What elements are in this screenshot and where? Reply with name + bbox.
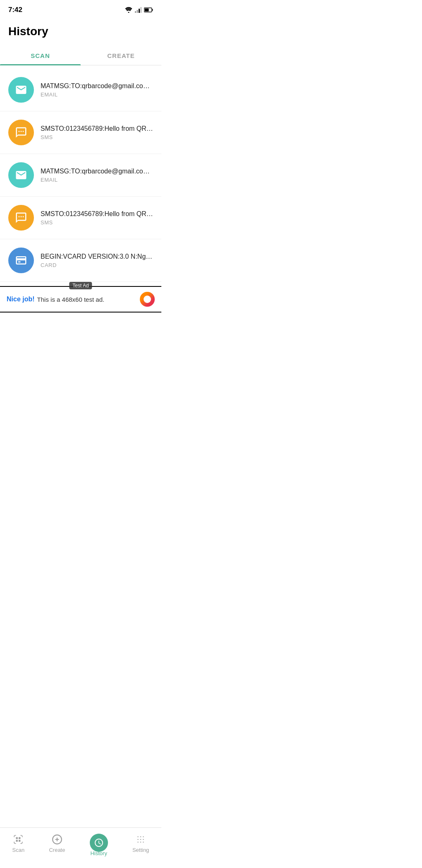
item-type: EMAIL [41, 177, 153, 183]
card-icon [15, 254, 27, 267]
ad-logo [140, 292, 155, 307]
item-icon-email [8, 162, 34, 188]
item-title: BEGIN:VCARD VERSION:3.0 N:Nguyen;Th... [41, 253, 153, 260]
sms-icon [15, 126, 27, 139]
item-title: SMSTO:0123456789:Hello from QR & Bar... [41, 125, 153, 132]
ad-banner[interactable]: Test Ad Nice job! This is a 468x60 test … [0, 286, 161, 313]
svg-rect-1 [135, 11, 136, 13]
list-item[interactable]: MATMSG:TO:qrbarcode@gmail.com;SUB... EMA… [0, 69, 161, 111]
item-content: SMSTO:0123456789:Hello from QR & Bar... … [41, 210, 153, 226]
status-time: 7:42 [8, 6, 22, 14]
svg-rect-2 [137, 10, 138, 13]
ad-label: Test Ad [69, 282, 92, 289]
item-type: SMS [41, 134, 153, 140]
tab-create[interactable]: CREATE [81, 46, 161, 65]
svg-rect-4 [141, 7, 142, 13]
status-icons [125, 7, 153, 13]
email-icon [15, 169, 27, 181]
ad-nice-text: Nice job! [7, 296, 35, 303]
item-title: MATMSG:TO:qrbarcode@gmail.com;SUB... [41, 168, 153, 175]
item-content: MATMSG:TO:qrbarcode@gmail.com;SUB... EMA… [41, 82, 153, 98]
list-item[interactable]: MATMSG:TO:qrbarcode@gmail.com;SUB... EMA… [0, 154, 161, 197]
item-content: MATMSG:TO:qrbarcode@gmail.com;SUB... EMA… [41, 168, 153, 183]
page-title: History [0, 18, 161, 46]
item-type: CARD [41, 262, 153, 268]
item-title: SMSTO:0123456789:Hello from QR & Bar... [41, 210, 153, 218]
history-list: MATMSG:TO:qrbarcode@gmail.com;SUB... EMA… [0, 69, 161, 282]
signal-icon [135, 7, 141, 13]
status-bar: 7:42 [0, 0, 161, 18]
battery-icon [144, 7, 153, 12]
sms-icon [15, 212, 27, 224]
wifi-icon [125, 7, 132, 13]
svg-rect-3 [139, 9, 140, 13]
item-icon-email [8, 77, 34, 103]
svg-point-0 [128, 12, 129, 13]
tab-scan[interactable]: SCAN [0, 46, 81, 65]
email-icon [15, 84, 27, 96]
item-content: BEGIN:VCARD VERSION:3.0 N:Nguyen;Th... C… [41, 253, 153, 268]
svg-rect-6 [145, 9, 149, 12]
svg-rect-8 [18, 262, 21, 263]
item-title: MATMSG:TO:qrbarcode@gmail.com;SUB... [41, 82, 153, 90]
list-item[interactable]: SMSTO:0123456789:Hello from QR & Bar... … [0, 111, 161, 154]
item-type: EMAIL [41, 91, 153, 98]
item-icon-sms [8, 205, 34, 231]
ad-description: This is a 468x60 test ad. [37, 296, 105, 303]
tabs-container: SCAN CREATE [0, 46, 161, 65]
list-item[interactable]: SMSTO:0123456789:Hello from QR & Bar... … [0, 197, 161, 239]
svg-rect-7 [152, 9, 153, 11]
item-type: SMS [41, 219, 153, 226]
ad-text-group: Nice job! This is a 468x60 test ad. [7, 296, 104, 303]
item-icon-card [8, 248, 34, 273]
item-content: SMSTO:0123456789:Hello from QR & Bar... … [41, 125, 153, 140]
item-icon-sms [8, 120, 34, 145]
list-item[interactable]: BEGIN:VCARD VERSION:3.0 N:Nguyen;Th... C… [0, 239, 161, 282]
